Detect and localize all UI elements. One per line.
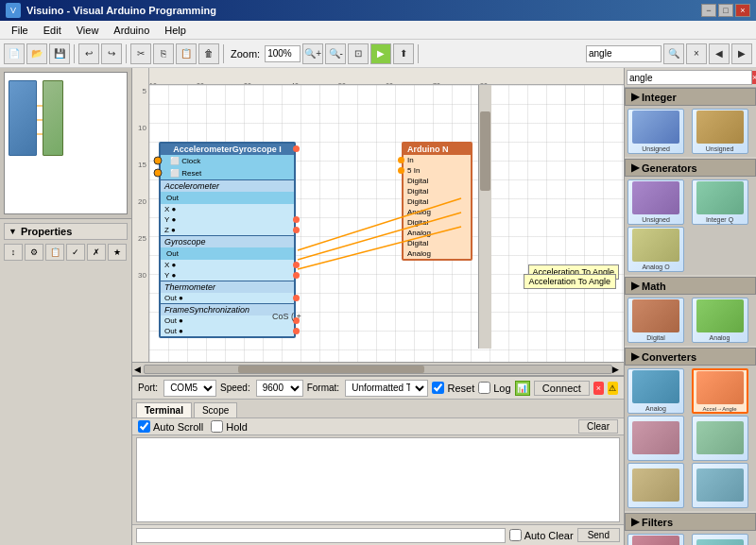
close-button[interactable]: ×	[735, 4, 750, 17]
zoom-fit-button[interactable]: ⊡	[348, 43, 369, 64]
terminal-input[interactable]	[136, 528, 506, 543]
palette-item-math1[interactable]: Digital	[627, 298, 684, 343]
arduino-5in-pin: 5 In	[404, 165, 471, 176]
ruler-vertical: 5 10 15 20 25 30	[132, 68, 149, 362]
palette-item-conv4[interactable]	[692, 416, 748, 461]
terminal-body[interactable]	[136, 437, 620, 522]
menu-arduino[interactable]: Arduino	[106, 23, 157, 38]
open-button[interactable]: 📂	[26, 43, 47, 64]
cut-button[interactable]: ✂	[130, 43, 151, 64]
v-scrollbar[interactable]	[478, 85, 491, 349]
auto-clear-label[interactable]: Auto Clear	[509, 529, 574, 541]
delete-button[interactable]: 🗑	[198, 43, 219, 64]
paste-button[interactable]: 📋	[176, 43, 197, 64]
port-select[interactable]: COM5 (U	[163, 380, 216, 397]
h-scrollbar[interactable]: ◀ ▶	[132, 362, 624, 375]
log-checkbox-label[interactable]: Log	[478, 382, 510, 394]
palette-item-gen1[interactable]: Unsigned	[627, 179, 684, 225]
palette-item-conv2[interactable]: Accel→Angle Acceleration To Angle	[692, 368, 748, 414]
canvas-content[interactable]: AccelerometerGyroscope I ⬜ Clock ⬜ Rese	[149, 85, 624, 362]
auto-scroll-label[interactable]: Auto Scroll	[138, 420, 203, 433]
canvas-with-scroll[interactable]: 10 20 30 40 50 60 70 80 5 10 15 20 25 30	[132, 68, 624, 362]
scope-tab[interactable]: Scope	[194, 402, 237, 417]
maximize-button[interactable]: □	[718, 4, 733, 17]
prop-btn6[interactable]: ★	[108, 244, 127, 261]
arduino-block[interactable]: Arduino N In 5 In Digital Digital Digita…	[402, 142, 472, 261]
warning-icon[interactable]: ⚠	[608, 382, 618, 395]
auto-clear-text: Auto Clear	[524, 530, 574, 541]
palette-item-conv1[interactable]: Analog	[627, 368, 684, 414]
terminal-close-button[interactable]: ×	[593, 382, 604, 395]
log-checkbox[interactable]	[478, 382, 490, 394]
hold-label[interactable]: Hold	[211, 420, 248, 433]
menu-edit[interactable]: Edit	[36, 23, 69, 38]
speed-select[interactable]: 9600	[256, 380, 303, 397]
palette-integer-title[interactable]: ▶ Integer	[625, 88, 756, 106]
undo-button[interactable]: ↩	[78, 43, 99, 64]
copy-button[interactable]: ⎘	[153, 43, 174, 64]
reset-checkbox[interactable]	[432, 382, 444, 394]
search-input[interactable]	[586, 45, 662, 62]
zoom-input[interactable]	[265, 45, 301, 62]
palette-generators-title[interactable]: ▶ Generators	[625, 159, 756, 177]
menu-view[interactable]: View	[69, 23, 107, 38]
palette-item-filter1[interactable]: Math	[627, 534, 684, 545]
converters-grid: Analog Accel→Angle Acceleration To Angle	[625, 366, 756, 511]
palette-search-input[interactable]	[627, 70, 752, 85]
palette-item-gen3[interactable]: Analog O	[627, 227, 684, 272]
palette-item-gen2[interactable]: Integer Q	[692, 179, 748, 225]
palette-search-clear[interactable]: ×	[752, 71, 756, 84]
palette-filters-title[interactable]: ▶ Filters	[625, 513, 756, 531]
v-scroll-thumb[interactable]	[480, 111, 490, 191]
zoom-out-button[interactable]: 🔍-	[325, 43, 346, 64]
palette-math-title[interactable]: ▶ Math	[625, 277, 756, 295]
palette-item-unsigned1[interactable]: Unsigned	[627, 109, 684, 154]
prop-btn4[interactable]: ✓	[66, 244, 85, 261]
auto-clear-checkbox[interactable]	[509, 529, 522, 541]
clear-button[interactable]: Clear	[578, 419, 618, 434]
palette-item-filter2[interactable]	[692, 534, 748, 545]
palette-item-conv5[interactable]	[627, 463, 684, 508]
menu-help[interactable]: Help	[157, 23, 194, 38]
compile-button[interactable]: ▶	[370, 43, 391, 64]
terminal-tab[interactable]: Terminal	[136, 402, 192, 417]
search-button[interactable]: 🔍	[663, 43, 684, 64]
connect-button[interactable]: Connect	[534, 381, 590, 396]
reset-checkbox-label[interactable]: Reset	[432, 382, 474, 394]
redo-button[interactable]: ↪	[101, 43, 122, 64]
format-select[interactable]: Unformatted Text	[345, 380, 428, 397]
new-button[interactable]: 📄	[4, 43, 25, 64]
properties-label: Properties	[21, 226, 72, 237]
hold-checkbox[interactable]	[211, 420, 223, 433]
save-button[interactable]: 💾	[49, 43, 70, 64]
search-nav1[interactable]: ◀	[709, 43, 730, 64]
prop-btn1[interactable]: ↕	[4, 244, 23, 261]
arduino-block-title: Arduino N	[404, 144, 471, 155]
prop-btn3[interactable]: 📋	[45, 244, 64, 261]
menu-file[interactable]: File	[4, 23, 36, 38]
scroll-right-btn[interactable]: ▶	[612, 365, 622, 374]
log-btn[interactable]: 📊	[515, 381, 530, 396]
send-button[interactable]: Send	[577, 528, 620, 542]
palette-item-conv3[interactable]	[627, 416, 684, 461]
prop-btn5[interactable]: ✗	[87, 244, 106, 261]
vruler-mark3: 15	[138, 161, 146, 169]
palette-item-conv6[interactable]	[692, 463, 748, 508]
search-clear[interactable]: ×	[686, 43, 707, 64]
palette-item-math2[interactable]: Analog	[692, 298, 748, 343]
scroll-thumb[interactable]	[238, 366, 425, 373]
scroll-track[interactable]	[144, 365, 612, 374]
palette-converters-title[interactable]: ▶ Converters	[625, 348, 756, 366]
upload-button[interactable]: ⬆	[393, 43, 414, 64]
zoom-in-button[interactable]: 🔍+	[302, 43, 323, 64]
arduino-analog2: Analog	[404, 228, 471, 238]
auto-scroll-checkbox[interactable]	[138, 420, 150, 433]
search-nav2[interactable]: ▶	[731, 43, 752, 64]
prop-btn2[interactable]: ⚙	[25, 244, 43, 261]
item-inner	[632, 111, 679, 144]
scroll-left-btn[interactable]: ◀	[134, 365, 144, 374]
palette-item-unsigned2[interactable]: Unsigned	[692, 109, 748, 154]
minimize-button[interactable]: −	[701, 4, 716, 17]
accel-gyro-block[interactable]: AccelerometerGyroscope I ⬜ Clock ⬜ Rese	[159, 142, 296, 338]
accel-out-label: Out	[166, 194, 179, 202]
